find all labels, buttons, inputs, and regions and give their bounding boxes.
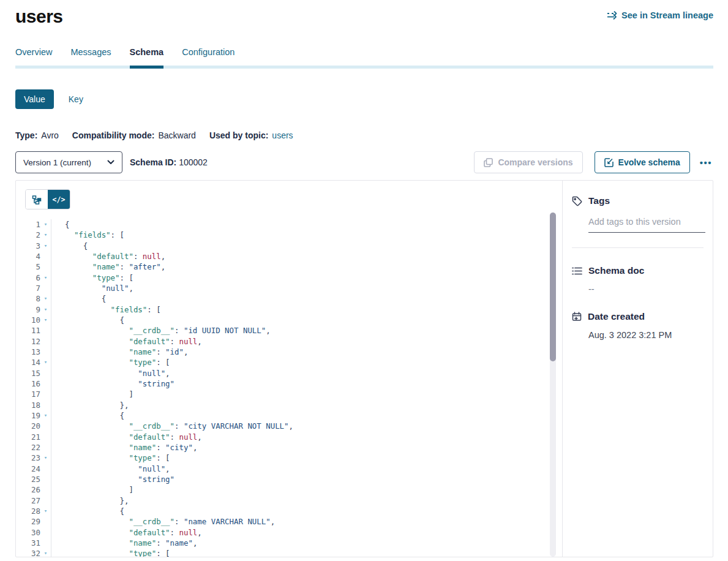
code-line: 31"name": "name", <box>16 538 562 548</box>
collapse-arrow-icon[interactable]: ▾ <box>40 219 51 230</box>
date-created-section: Date created Aug. 3 2022 3:21 PM <box>572 311 704 340</box>
page-header: users See in Stream lineage <box>15 6 713 27</box>
line-number: 30 <box>16 527 40 538</box>
fold-gutter <box>40 442 51 453</box>
tab-schema[interactable]: Schema <box>130 47 164 66</box>
line-number: 22 <box>16 442 40 453</box>
schema-doc-section: Schema doc -- <box>572 265 704 294</box>
fold-gutter <box>40 538 51 548</box>
tab-overview[interactable]: Overview <box>15 47 52 66</box>
schema-code-pane: </> 1▾{2▾"fields": [3▾{4"default": null,… <box>16 181 563 557</box>
version-select[interactable]: Version 1 (current) <box>15 151 122 173</box>
schema-id-label: Schema ID: <box>130 157 176 167</box>
date-created-heading: Date created <box>588 311 645 322</box>
compare-versions-button[interactable]: Compare versions <box>474 151 582 173</box>
code-line: 1▾{ <box>16 219 562 230</box>
tab-configuration[interactable]: Configuration <box>182 47 235 66</box>
code-line: 21"default": null, <box>16 432 562 442</box>
code-line: 16"string" <box>16 378 562 389</box>
code-text: { <box>51 293 106 304</box>
collapse-arrow-icon[interactable]: ▾ <box>40 230 51 240</box>
more-actions-button[interactable]: ••• <box>699 155 713 170</box>
collapse-arrow-icon[interactable]: ▾ <box>40 548 51 557</box>
fold-gutter <box>40 336 51 347</box>
schema-actions: Compare versions Evolve schema ••• <box>474 151 713 173</box>
add-tags-input[interactable] <box>588 217 705 233</box>
line-number: 13 <box>16 347 40 357</box>
tags-section: Tags <box>572 195 704 248</box>
editor-scrollbar-thumb[interactable] <box>550 213 556 361</box>
collapse-arrow-icon[interactable]: ▾ <box>40 315 51 325</box>
code-line: 8▾{ <box>16 293 562 304</box>
date-created-heading-row: Date created <box>572 311 704 322</box>
evolve-schema-icon <box>604 158 614 167</box>
line-number: 31 <box>16 538 40 548</box>
line-number: 4 <box>16 251 40 262</box>
editor-scrollbar[interactable] <box>550 213 556 557</box>
collapse-arrow-icon[interactable]: ▾ <box>40 410 51 421</box>
code-text: { <box>51 410 124 421</box>
line-number: 1 <box>16 219 40 230</box>
code-line: 25"string" <box>16 474 562 484</box>
line-number: 23 <box>16 453 40 463</box>
tab-bar: OverviewMessagesSchemaConfiguration <box>15 47 713 66</box>
line-number: 7 <box>16 283 40 293</box>
code-text: { <box>51 506 124 516</box>
code-text: "type": [ <box>51 453 170 463</box>
code-line: 15"null", <box>16 368 562 378</box>
topic-link[interactable]: users <box>272 130 293 140</box>
tree-view-button[interactable] <box>26 190 48 209</box>
code-line: 18}, <box>16 400 562 410</box>
evolve-schema-label: Evolve schema <box>618 157 680 167</box>
code-line: 23▾"type": [ <box>16 453 562 463</box>
compatibility-value: Backward <box>158 130 195 140</box>
line-number: 25 <box>16 474 40 484</box>
version-select-value: Version 1 (current) <box>23 158 91 167</box>
fold-gutter <box>40 283 51 293</box>
code-text: "__crdb__": "id UUID NOT NULL", <box>51 325 271 336</box>
code-line: 27}, <box>16 495 562 506</box>
code-line: 14▾"type": [ <box>16 357 562 367</box>
code-line: 20"__crdb__": "city VARCHAR NOT NULL", <box>16 421 562 431</box>
code-line: 28▾{ <box>16 506 562 516</box>
fold-gutter <box>40 262 51 272</box>
code-text: "type": [ <box>51 357 170 367</box>
collapse-arrow-icon[interactable]: ▾ <box>40 453 51 463</box>
line-number: 26 <box>16 484 40 495</box>
line-number: 27 <box>16 495 40 506</box>
code-view-button[interactable]: </> <box>48 190 70 209</box>
code-text: { <box>51 219 69 230</box>
schema-meta-row: Type: Avro Compatibility mode: Backward … <box>15 130 713 140</box>
schema-page: users See in Stream lineage OverviewMess… <box>0 0 728 561</box>
collapse-arrow-icon[interactable]: ▾ <box>40 304 51 315</box>
collapse-arrow-icon[interactable]: ▾ <box>40 273 51 283</box>
line-number: 20 <box>16 421 40 431</box>
stream-lineage-icon <box>607 11 617 20</box>
fold-gutter <box>40 389 51 399</box>
code-line: 11"__crdb__": "id UUID NOT NULL", <box>16 325 562 336</box>
fold-gutter <box>40 474 51 484</box>
tab-messages[interactable]: Messages <box>70 47 111 66</box>
collapse-arrow-icon[interactable]: ▾ <box>40 241 51 251</box>
collapse-arrow-icon[interactable]: ▾ <box>40 293 51 304</box>
fold-gutter <box>40 484 51 495</box>
key-toggle-button[interactable]: Key <box>69 94 83 104</box>
code-text: "default": null, <box>51 527 202 538</box>
fold-gutter <box>40 464 51 474</box>
evolve-schema-button[interactable]: Evolve schema <box>595 151 690 173</box>
value-toggle-button[interactable]: Value <box>15 89 54 109</box>
code-text: ] <box>51 484 133 495</box>
code-text: "name": "city", <box>51 442 197 453</box>
stream-lineage-link[interactable]: See in Stream lineage <box>607 10 713 20</box>
used-by-topic-label: Used by topic: <box>209 130 268 140</box>
collapse-arrow-icon[interactable]: ▾ <box>40 506 51 516</box>
code-text: ] <box>51 389 133 399</box>
code-line: 2▾"fields": [ <box>16 230 562 240</box>
code-text: { <box>51 315 124 325</box>
version-toolbar: Version 1 (current) Schema ID: 100002 Co… <box>15 151 713 173</box>
collapse-arrow-icon[interactable]: ▾ <box>40 357 51 367</box>
code-line: 24"null", <box>16 464 562 474</box>
fold-gutter <box>40 325 51 336</box>
code-line: 5"name": "after", <box>16 262 562 272</box>
code-text: }, <box>51 495 129 506</box>
